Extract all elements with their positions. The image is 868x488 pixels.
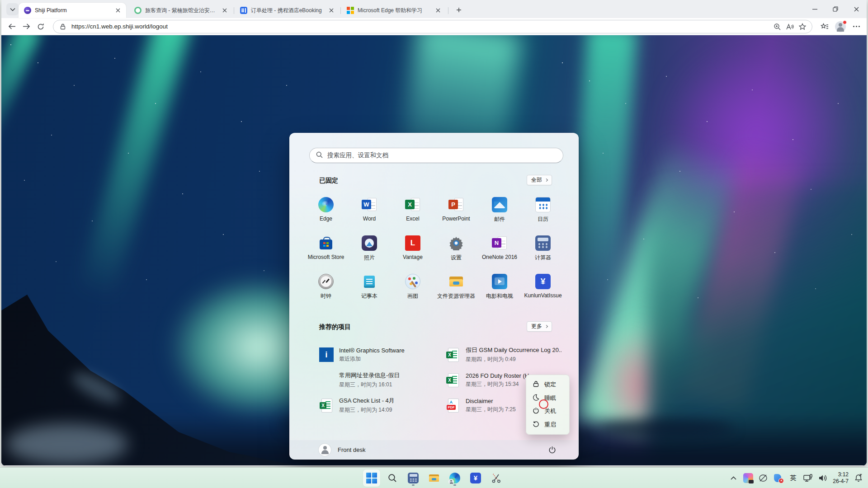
favorites-bar-icon[interactable]	[821, 23, 829, 31]
address-bar[interactable]: https://cn1.web.ep.shiji.world/logout	[53, 20, 812, 33]
tab-separator	[234, 7, 234, 14]
power-menu-shutdown[interactable]: 关机	[526, 405, 569, 418]
tab-shiji-platform[interactable]: Shiji Platform	[19, 3, 126, 18]
recommended-item[interactable]: 假日 GSM Daily Occurrence Log 20... 星期四，时间…	[437, 342, 564, 367]
close-button[interactable]	[846, 0, 867, 18]
profile-avatar[interactable]	[835, 21, 846, 32]
pinned-all-button[interactable]: 全部	[527, 175, 552, 185]
tab-close-icon[interactable]	[327, 7, 335, 14]
tab-close-icon[interactable]	[114, 7, 122, 14]
taskbar-snipping-button[interactable]	[488, 469, 505, 487]
pinned-app-onenote[interactable]: N OneNote 2016	[478, 230, 521, 268]
favorite-star-icon[interactable]	[798, 23, 807, 31]
taskbar-explorer-button[interactable]	[425, 469, 443, 487]
tray-chevron-up-icon[interactable]	[727, 472, 739, 484]
pinned-app-photos[interactable]: 照片	[348, 230, 391, 268]
network-icon[interactable]	[802, 472, 814, 484]
minimize-button[interactable]	[804, 0, 825, 18]
ime-indicator[interactable]: 英	[787, 472, 799, 484]
pinned-app-store[interactable]: Microsoft Store	[304, 230, 348, 268]
pinned-app-explorer[interactable]: 文件资源管理器	[434, 268, 478, 306]
clock-time: 3:12	[833, 471, 849, 478]
tab-actions-button[interactable]	[6, 3, 19, 15]
edge-icon	[449, 473, 460, 483]
tab-title: 旅客查询 - 紫楠旅馆业治安信息管	[145, 7, 217, 14]
windows-logo-icon	[366, 473, 377, 483]
refresh-icon[interactable]	[37, 23, 45, 31]
tab-close-icon[interactable]	[221, 7, 228, 14]
photos-icon	[362, 235, 377, 251]
excel-icon: X	[405, 197, 420, 212]
chevron-right-icon	[545, 325, 548, 328]
lock-icon[interactable]	[59, 23, 67, 31]
taskbar-clock[interactable]: 3:12 26-4-7	[832, 471, 849, 485]
pinned-app-calendar[interactable]: 日历	[521, 191, 565, 230]
new-tab-button[interactable]	[453, 5, 464, 15]
lock-icon	[533, 380, 539, 389]
tab-guest-query[interactable]: 旅客查询 - 紫楠旅馆业治安信息管	[129, 3, 233, 18]
pinned-app-paint[interactable]: 画图	[391, 268, 434, 306]
tray-sync-error-icon[interactable]	[772, 472, 784, 484]
start-button[interactable]	[363, 469, 380, 487]
taskbar-edge-button[interactable]	[446, 469, 463, 487]
window-controls	[804, 0, 867, 18]
tab-ebooking[interactable]: 订单处理 - 携程酒店eBooking	[235, 3, 340, 18]
user-name[interactable]: Front desk	[338, 446, 365, 453]
pinned-app-settings[interactable]: 设置	[434, 230, 478, 268]
recommended-item[interactable]: GSA Check List - 4月 星期三，时间为 14:09	[309, 393, 437, 418]
read-aloud-icon[interactable]	[786, 23, 794, 31]
pinned-app-notepad[interactable]: 记事本	[348, 268, 391, 306]
forward-icon[interactable]	[22, 23, 30, 31]
folder-icon	[448, 274, 464, 289]
recommended-more-button[interactable]: 更多	[527, 321, 552, 332]
back-icon[interactable]	[8, 23, 16, 31]
restore-button[interactable]	[825, 0, 846, 18]
yen-icon: ¥	[535, 274, 551, 289]
search-placeholder: 搜索应用、设置和文档	[327, 151, 388, 160]
recommended-header: 推荐的项目	[319, 323, 351, 331]
pinned-app-word[interactable]: W Word	[348, 191, 391, 230]
folder-icon	[429, 473, 439, 483]
pinned-app-powerpoint[interactable]: P PowerPoint	[434, 191, 478, 230]
vantage-icon: L	[405, 235, 420, 251]
zoom-in-icon[interactable]	[773, 23, 781, 31]
movies-tv-icon	[492, 274, 507, 289]
notification-bell-icon[interactable]	[853, 472, 864, 484]
calculator-icon	[408, 473, 419, 483]
pinned-apps-grid: Edge W Word X Excel P PowerPoint 邮件 日历	[304, 191, 565, 306]
running-indicator	[453, 484, 456, 486]
user-avatar[interactable]	[319, 444, 331, 456]
power-button[interactable]	[544, 441, 560, 458]
tab-close-icon[interactable]	[434, 7, 442, 14]
power-menu-restart[interactable]: 重启	[526, 418, 569, 432]
taskbar-calculator-button[interactable]	[405, 469, 422, 487]
taskbar-center-icons: ¥	[363, 469, 505, 487]
volume-icon[interactable]	[817, 472, 829, 484]
chevron-right-icon	[545, 178, 548, 182]
power-menu-lock[interactable]: 锁定	[526, 378, 569, 391]
pinned-app-kunlunvat[interactable]: ¥ KunlunVatIssue	[521, 268, 565, 306]
tray-hidden-eye-icon[interactable]	[757, 472, 769, 484]
recommended-item[interactable]: i Intel® Graphics Software 最近添加	[309, 342, 437, 367]
settings-menu-icon[interactable]	[852, 23, 860, 31]
recommended-item[interactable]: 常用网址登录信息-假日 星期三，时间为 16:01	[309, 367, 437, 393]
tab-edge-help[interactable]: Microsoft Edge 帮助和学习	[341, 3, 446, 18]
taskbar-kunlunvat-button[interactable]: ¥	[467, 469, 484, 487]
tab-separator	[340, 7, 341, 14]
pinned-app-edge[interactable]: Edge	[304, 191, 348, 230]
start-user-bar: Front desk	[290, 440, 578, 459]
shiji-favicon	[24, 7, 31, 14]
ebooking-favicon	[240, 7, 247, 14]
pinned-app-vantage[interactable]: L Vantage	[391, 230, 434, 268]
pinned-app-excel[interactable]: X Excel	[391, 191, 434, 230]
pinned-app-clock[interactable]: 时钟	[304, 268, 348, 306]
taskbar-search-button[interactable]	[384, 469, 401, 487]
pinned-app-calculator[interactable]: 计算器	[521, 230, 565, 268]
start-search-input[interactable]: 搜索应用、设置和文档	[309, 148, 563, 163]
mail-icon	[492, 197, 507, 212]
edge-icon	[318, 197, 334, 212]
cursor-click-indicator	[539, 399, 548, 409]
pinned-app-movies[interactable]: 电影和电视	[478, 268, 521, 306]
pinned-app-mail[interactable]: 邮件	[478, 191, 521, 230]
tray-media-app-icon[interactable]	[742, 472, 754, 484]
